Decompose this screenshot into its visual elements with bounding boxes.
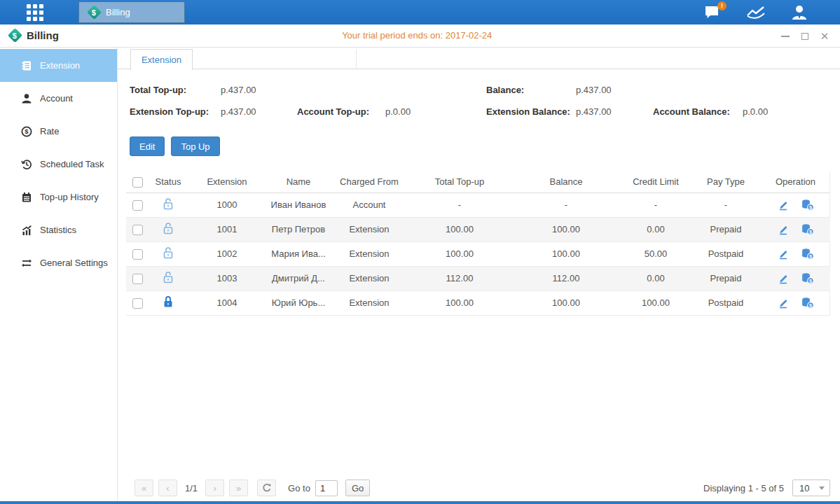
displaying-text: Displaying 1 - 5 of 5 xyxy=(703,483,784,493)
billing-app-icon: $ xyxy=(8,28,22,43)
topup-row-icon[interactable]: $ xyxy=(801,199,814,211)
balance-value: p.437.00 xyxy=(576,85,612,95)
topup-row-icon[interactable]: $ xyxy=(801,223,814,235)
unlocked-icon xyxy=(163,222,174,234)
taskbar-tab-billing[interactable]: $ Billing xyxy=(78,1,185,23)
lock-status-icon[interactable] xyxy=(163,295,174,308)
account-balance-label: Account Balance: xyxy=(653,106,730,117)
sidebar-item-label: Account xyxy=(40,93,73,104)
lock-status-icon[interactable] xyxy=(163,222,174,234)
select-all-checkbox[interactable] xyxy=(132,177,143,188)
last-page-button[interactable]: » xyxy=(229,479,248,496)
col-balance: Balance xyxy=(511,172,621,192)
col-pay-type: Pay Type xyxy=(691,172,761,192)
sidebar-item-label: Rate xyxy=(40,126,59,136)
page-size-select[interactable]: 10 xyxy=(792,479,830,496)
edit-row-icon[interactable] xyxy=(778,272,790,284)
sliders-icon xyxy=(21,258,32,269)
lock-status-icon[interactable] xyxy=(163,197,174,210)
app-grid-icon[interactable] xyxy=(27,4,45,21)
table-row: 1003 Дмитрий Д... Extension 112.00 112.0… xyxy=(126,266,830,290)
sidebar-item-label: Extension xyxy=(40,60,80,71)
close-button[interactable]: ✕ xyxy=(819,31,830,42)
topbar: $ Billing ! xyxy=(0,0,840,24)
sidebar-item-extension[interactable]: Extension xyxy=(0,49,117,82)
sidebar-item-topup-history[interactable]: Top-up History xyxy=(0,181,117,214)
table-row: 1000 Иван Иванов Account - - - - xyxy=(126,192,830,217)
sidebar-item-account[interactable]: Account xyxy=(0,82,117,115)
tab-divider xyxy=(356,49,357,69)
edit-row-icon[interactable] xyxy=(778,199,790,211)
go-button[interactable]: Go xyxy=(345,479,370,496)
row-checkbox[interactable] xyxy=(132,274,143,284)
unlocked-icon xyxy=(163,197,174,210)
statistics-icon xyxy=(21,225,32,236)
edit-row-icon[interactable] xyxy=(778,223,790,235)
taskbar-tab-label: Billing xyxy=(106,7,130,18)
row-checkbox[interactable] xyxy=(132,200,143,211)
sidebar: Extension Account $ Rate Scheduled Task xyxy=(0,48,118,501)
lock-status-icon[interactable] xyxy=(163,271,174,284)
window-titlebar: $ Billing Your trial period ends on: 201… xyxy=(0,24,840,48)
edit-row-icon[interactable] xyxy=(778,248,790,260)
edit-row-icon[interactable] xyxy=(778,297,790,309)
edit-button[interactable]: Edit xyxy=(130,136,165,156)
sidebar-item-label: General Settings xyxy=(40,258,108,268)
dollar-circle-icon: $ xyxy=(21,126,32,137)
row-checkbox[interactable] xyxy=(132,249,143,260)
trial-notice: Your trial period ends on: 2017-02-24 xyxy=(342,30,492,41)
ledger-icon xyxy=(21,60,32,71)
next-page-button[interactable]: › xyxy=(205,479,224,496)
table-header-row: Status Extension Name Charged From Total… xyxy=(126,172,830,192)
account-topup-label: Account Top-up: xyxy=(297,106,369,117)
extension-topup-value: p.437.00 xyxy=(221,106,256,117)
col-name: Name xyxy=(266,172,331,192)
col-total-topup: Total Top-up xyxy=(408,172,511,192)
col-operation: Operation xyxy=(761,172,830,192)
notebook-icon xyxy=(21,192,32,203)
goto-page-input[interactable] xyxy=(315,480,338,496)
col-status: Status xyxy=(149,172,188,192)
sidebar-item-rate[interactable]: $ Rate xyxy=(0,115,117,148)
notification-badge: ! xyxy=(717,1,727,10)
account-balance-value: p.0.00 xyxy=(743,106,768,117)
lock-status-icon[interactable] xyxy=(163,246,174,259)
first-page-button[interactable]: « xyxy=(135,479,153,496)
chat-icon[interactable]: ! xyxy=(700,3,725,22)
sidebar-item-label: Statistics xyxy=(40,225,76,235)
row-checkbox[interactable] xyxy=(132,298,143,309)
sidebar-item-label: Scheduled Task xyxy=(40,159,104,169)
summary-section: Total Top-up: p.437.00 Balance: p.437.00… xyxy=(118,69,840,150)
row-checkbox[interactable] xyxy=(132,225,143,235)
tab-strip: Extension xyxy=(118,48,840,69)
sidebar-item-general-settings[interactable]: General Settings xyxy=(0,246,117,279)
extension-table: Status Extension Name Charged From Total… xyxy=(126,172,830,316)
history-clock-icon xyxy=(21,159,32,170)
sidebar-item-statistics[interactable]: Statistics xyxy=(0,214,117,246)
sidebar-item-label: Top-up History xyxy=(40,192,99,202)
chart-icon[interactable] xyxy=(743,3,769,22)
tab-extension[interactable]: Extension xyxy=(130,49,193,70)
topup-row-icon[interactable]: $ xyxy=(801,272,814,284)
unlocked-icon xyxy=(163,271,174,284)
sidebar-item-scheduled-task[interactable]: Scheduled Task xyxy=(0,148,117,181)
user-icon[interactable] xyxy=(787,3,812,22)
goto-label: Go to xyxy=(288,483,310,493)
extension-balance-value: p.437.00 xyxy=(576,106,612,117)
col-charged-from: Charged From xyxy=(331,172,408,192)
window-title: Billing xyxy=(27,29,59,41)
page-size-value: 10 xyxy=(799,483,809,493)
table-row: 1001 Петр Петров Extension 100.00 100.00… xyxy=(126,217,830,241)
table-row: 1002 Мария Ива... Extension 100.00 100.0… xyxy=(126,241,830,266)
col-credit-limit: Credit Limit xyxy=(621,172,691,192)
topup-button[interactable]: Top Up xyxy=(171,136,219,156)
minimize-button[interactable] xyxy=(780,31,791,42)
prev-page-button[interactable]: ‹ xyxy=(158,479,177,496)
refresh-button[interactable] xyxy=(257,479,276,496)
window-bottom-border xyxy=(0,501,840,504)
main-content: Extension Total Top-up: p.437.00 Balance… xyxy=(118,48,840,501)
topup-row-icon[interactable]: $ xyxy=(801,297,814,309)
topup-row-icon[interactable]: $ xyxy=(801,248,814,260)
total-topup-value: p.437.00 xyxy=(221,85,256,95)
maximize-button[interactable] xyxy=(799,31,811,42)
